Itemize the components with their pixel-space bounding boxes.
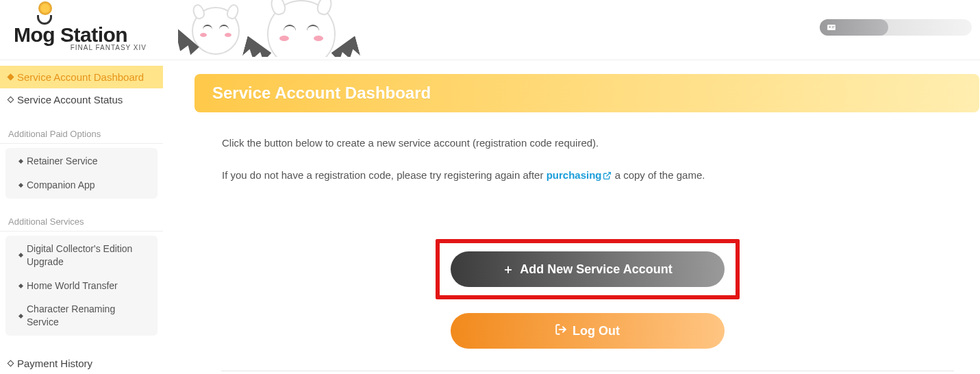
diamond-icon <box>8 360 14 367</box>
nav-label: Service Account Status <box>17 94 123 105</box>
intro-text-2: If you do not have a registration code, … <box>222 168 927 185</box>
page-title: Service Account Dashboard <box>194 74 979 112</box>
account-pill[interactable] <box>820 19 972 36</box>
bullet-icon <box>18 283 23 288</box>
bullet-icon <box>18 253 23 258</box>
nav-retainer-service[interactable]: Retainer Service <box>5 149 158 173</box>
svg-rect-2 <box>832 26 835 27</box>
svg-point-1 <box>829 26 831 27</box>
svg-line-4 <box>607 172 611 176</box>
bullet-icon <box>18 183 23 188</box>
nav-label: Home World Transfer <box>27 279 118 292</box>
nav-label: Digital Collector's Edition Upgrade <box>27 242 148 269</box>
account-badge <box>820 19 888 36</box>
nav-label: Retainer Service <box>27 155 98 168</box>
nav-character-renaming[interactable]: Character Renaming Service <box>5 297 158 334</box>
nav-label: Payment History <box>17 358 92 369</box>
bullet-icon <box>18 159 23 164</box>
purchasing-link[interactable]: purchasing <box>546 169 612 181</box>
diamond-icon <box>8 74 14 81</box>
sidebar: Service Account Dashboard Service Accoun… <box>0 60 163 374</box>
svg-rect-0 <box>827 25 835 30</box>
nav-service-account-status[interactable]: Service Account Status <box>0 88 163 111</box>
main-content: Service Account Dashboard Click the butt… <box>163 60 980 374</box>
nav-digital-collectors-upgrade[interactable]: Digital Collector's Edition Upgrade <box>5 237 158 274</box>
nav-label: Character Renaming Service <box>27 303 148 329</box>
moogle-artwork <box>178 0 384 57</box>
nav-home-world-transfer[interactable]: Home World Transfer <box>5 274 158 298</box>
button-label: Add New Service Account <box>520 262 672 277</box>
section-title-paid-options: Additional Paid Options <box>0 121 163 144</box>
section-title-additional-services: Additional Services <box>0 208 163 232</box>
diamond-icon <box>8 97 14 103</box>
logout-icon <box>555 323 567 339</box>
intro-text-1: Click the button below to create a new s… <box>222 136 927 151</box>
highlight-box: ＋ Add New Service Account <box>436 239 740 299</box>
divider <box>221 371 954 371</box>
nav-label: Service Account Dashboard <box>17 71 144 83</box>
nav-service-account-dashboard[interactable]: Service Account Dashboard <box>0 66 163 88</box>
button-label: Log Out <box>573 324 620 338</box>
nav-label: Companion App <box>27 179 95 192</box>
svg-rect-3 <box>832 27 834 28</box>
nav-payment-history[interactable]: Payment History <box>0 352 163 374</box>
section-additional-services: Digital Collector's Edition Upgrade Home… <box>5 236 158 336</box>
logo-pompom-icon <box>38 1 52 15</box>
logo[interactable]: Mog Station FINAL FANTASY XIV <box>14 1 151 51</box>
plus-icon: ＋ <box>502 261 514 277</box>
add-service-account-button[interactable]: ＋ Add New Service Account <box>451 251 725 287</box>
bullet-icon <box>18 314 23 319</box>
nav-companion-app[interactable]: Companion App <box>5 173 158 197</box>
section-paid-options: Retainer Service Companion App <box>5 148 158 199</box>
external-link-icon <box>603 169 612 185</box>
id-card-icon <box>827 23 836 32</box>
logout-button[interactable]: Log Out <box>451 313 725 349</box>
logo-title: Mog Station <box>14 23 151 47</box>
header: Mog Station FINAL FANTASY XIV <box>0 0 980 60</box>
